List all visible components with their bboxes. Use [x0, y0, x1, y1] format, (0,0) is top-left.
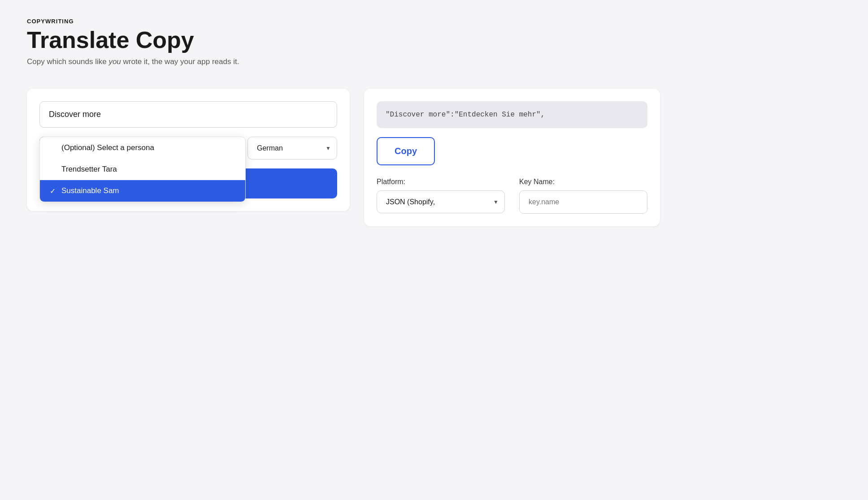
page-title: Translate Copy	[27, 27, 841, 53]
dropdown-label-tara: Trendsetter Tara	[61, 165, 117, 174]
dropdown-item-placeholder[interactable]: (Optional) Select a persona	[40, 137, 245, 159]
checkmark-sam: ✓	[50, 187, 58, 195]
subtitle-text-after: wrote it, the way your app reads it.	[121, 57, 239, 66]
subtitle-text-before: Copy which sounds like	[27, 57, 108, 66]
key-name-field: Key Name:	[519, 178, 647, 214]
platform-select[interactable]: JSON (Shopify, YAML PO File	[377, 190, 505, 213]
page-subtitle: Copy which sounds like you wrote it, the…	[27, 57, 841, 66]
subtitle-italic: you	[108, 57, 121, 66]
copy-text-input[interactable]	[39, 101, 337, 128]
copy-button[interactable]: Copy	[377, 137, 435, 165]
dropdown-item-sam[interactable]: ✓ Sustainable Sam	[40, 180, 245, 202]
language-select[interactable]: German French Spanish	[247, 137, 337, 159]
output-code: "Discover more":"Entdecken Sie mehr",	[377, 101, 647, 128]
key-name-input[interactable]	[519, 190, 647, 214]
left-panel: (Optional) Select a persona Trendsetter …	[27, 89, 350, 211]
meta-row: Platform: JSON (Shopify, YAML PO File ▼ …	[377, 178, 647, 214]
platform-select-container: JSON (Shopify, YAML PO File ▼	[377, 190, 505, 213]
dropdown-label-placeholder: (Optional) Select a persona	[61, 143, 154, 152]
main-content: (Optional) Select a persona Trendsetter …	[27, 89, 841, 226]
checkmark-tara	[50, 165, 58, 173]
persona-select-container: (Optional) Select a persona Trendsetter …	[39, 137, 240, 159]
persona-dropdown: (Optional) Select a persona Trendsetter …	[39, 137, 246, 202]
controls-row: (Optional) Select a persona Trendsetter …	[39, 137, 337, 159]
dropdown-item-tara[interactable]: Trendsetter Tara	[40, 159, 245, 180]
platform-field: Platform: JSON (Shopify, YAML PO File ▼	[377, 178, 505, 213]
right-panel: "Discover more":"Entdecken Sie mehr", Co…	[364, 89, 660, 226]
platform-label: Platform:	[377, 178, 505, 186]
page-category: COPYWRITING	[27, 18, 841, 25]
key-name-label: Key Name:	[519, 178, 647, 186]
checkmark-placeholder	[50, 144, 58, 152]
language-select-container: German French Spanish ▼	[247, 137, 337, 159]
dropdown-label-sam: Sustainable Sam	[61, 186, 119, 195]
